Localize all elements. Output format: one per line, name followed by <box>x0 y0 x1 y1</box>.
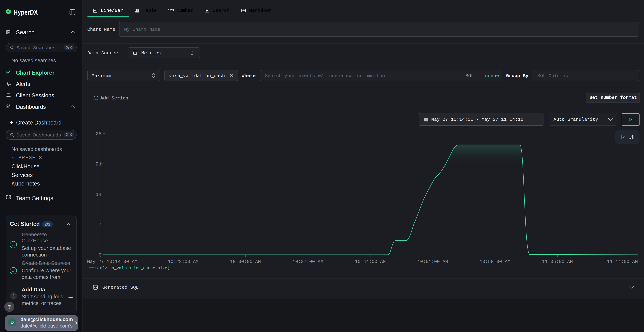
svg-text:10:58:00 AM: 10:58:00 AM <box>480 259 510 264</box>
svg-text:May 27 10:14:00 AM: May 27 10:14:00 AM <box>87 259 138 264</box>
svg-text:11:14:00 AM: 11:14:00 AM <box>607 259 638 264</box>
svg-text:max(visa_validation_cache.size: max(visa_validation_cache.size) <box>95 266 170 270</box>
svg-text:14: 14 <box>96 192 102 197</box>
svg-text:10:30:00 AM: 10:30:00 AM <box>230 259 261 264</box>
svg-text:10:23:00 AM: 10:23:00 AM <box>168 259 198 264</box>
svg-text:10:44:00 AM: 10:44:00 AM <box>355 259 386 264</box>
svg-text:7: 7 <box>98 222 102 227</box>
svg-text:11:05:00 AM: 11:05:00 AM <box>542 259 573 264</box>
svg-text:21: 21 <box>96 161 102 167</box>
svg-text:0: 0 <box>98 252 102 258</box>
svg-text:10:37:00 AM: 10:37:00 AM <box>292 259 323 264</box>
svg-text:10:51:00 AM: 10:51:00 AM <box>417 259 448 264</box>
svg-text:28: 28 <box>96 131 102 137</box>
